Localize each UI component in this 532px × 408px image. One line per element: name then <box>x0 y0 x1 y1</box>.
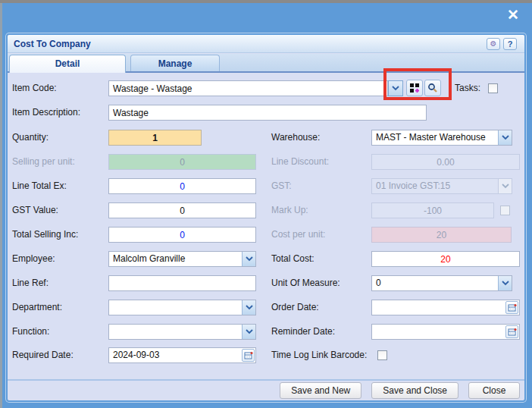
gst-value-input[interactable] <box>108 202 256 218</box>
employee-select[interactable]: Malcolm Granville <box>108 251 256 267</box>
department-label: Department: <box>12 300 62 315</box>
total-cost-label: Total Cost: <box>271 251 315 267</box>
chevron-down-icon[interactable] <box>242 252 255 266</box>
tab-manage[interactable]: Manage <box>130 55 220 71</box>
unit-of-measure-label: Unit Of Measure: <box>271 275 340 291</box>
window-frame-top <box>0 0 532 3</box>
required-date-label: Required Date: <box>12 347 74 363</box>
line-total-ex-label: Line Total Ex: <box>12 178 67 194</box>
grid-plus-icon <box>410 83 420 93</box>
cost-per-unit-label: Cost per unit: <box>271 227 325 243</box>
total-selling-inc-label: Total Selling Inc: <box>12 227 78 243</box>
tab-detail[interactable]: Detail <box>9 55 126 73</box>
calendar-icon[interactable] <box>505 325 518 338</box>
help-icon[interactable]: ? <box>503 38 517 50</box>
line-total-ex-input[interactable] <box>108 178 256 194</box>
unit-of-measure-select[interactable]: 0 <box>371 275 512 291</box>
calendar-icon[interactable] <box>242 349 255 362</box>
chevron-down-icon[interactable] <box>498 276 512 290</box>
mark-up-checkbox <box>500 206 510 215</box>
quantity-label: Quantity: <box>12 130 49 146</box>
dialog-header: Cost To Company ⚙ ? <box>8 35 524 53</box>
quantity-input[interactable] <box>108 130 202 146</box>
item-search-button[interactable] <box>424 80 441 96</box>
save-and-new-button[interactable]: Save and New <box>280 382 361 399</box>
department-select[interactable] <box>108 300 256 315</box>
function-select[interactable] <box>108 324 256 340</box>
dialog-footer: Save and New Save and Close Close <box>8 379 524 400</box>
gst-label: GST: <box>271 178 292 194</box>
function-label: Function: <box>12 324 49 340</box>
time-log-link-barcode-label: Time Log Link Barcode: <box>271 347 367 363</box>
close-button[interactable]: Close <box>468 382 520 399</box>
tasks-checkbox[interactable] <box>488 83 498 93</box>
employee-label: Employee: <box>12 251 55 267</box>
order-date-label: Order Date: <box>271 300 319 315</box>
selling-per-unit-label: Selling per unit: <box>12 154 75 170</box>
time-log-link-barcode-checkbox[interactable] <box>377 350 387 360</box>
cost-to-company-dialog: Cost To Company ⚙ ? Detail Manage Item C… <box>6 33 526 402</box>
total-cost-input[interactable] <box>371 251 520 267</box>
dialog-title: Cost To Company <box>14 35 91 53</box>
calendar-icon[interactable] <box>505 301 518 314</box>
item-code-input[interactable] <box>108 80 388 96</box>
order-date-field[interactable] <box>371 300 520 315</box>
form-content: Item Code: Tasks: <box>8 74 524 381</box>
line-discount-label: Line Discount: <box>271 154 329 170</box>
gst-select: 01 Invoice GST:15 <box>371 178 512 194</box>
total-selling-inc-input[interactable] <box>108 227 256 243</box>
settings-gear-icon[interactable]: ⚙ <box>487 38 500 50</box>
item-multi-select-button[interactable] <box>406 80 423 96</box>
required-date-field[interactable]: 2024-09-03 <box>108 347 256 363</box>
chevron-down-icon[interactable] <box>242 325 255 339</box>
desktop-background: ✕ Cost To Company ⚙ ? Detail Manage Item… <box>0 0 532 408</box>
reminder-date-label: Reminder Date: <box>271 324 335 340</box>
line-discount-input <box>371 154 520 170</box>
item-code-label: Item Code: <box>12 80 57 96</box>
mark-up-label: Mark Up: <box>271 202 308 218</box>
save-and-close-button[interactable]: Save and Close <box>371 382 458 399</box>
chevron-down-icon <box>392 86 399 91</box>
chevron-down-icon <box>498 179 512 193</box>
warehouse-label: Warehouse: <box>271 130 320 146</box>
close-icon[interactable]: ✕ <box>503 6 523 24</box>
chevron-down-icon[interactable] <box>242 300 255 315</box>
cost-per-unit-input <box>371 227 512 243</box>
item-description-label: Item Description: <box>12 105 80 121</box>
line-ref-input[interactable] <box>108 275 256 291</box>
search-icon <box>427 83 438 93</box>
reminder-date-field[interactable] <box>371 324 520 340</box>
item-code-dropdown-trigger[interactable] <box>388 80 403 96</box>
chevron-down-icon[interactable] <box>498 130 512 145</box>
line-ref-label: Line Ref: <box>12 275 49 291</box>
tasks-label: Tasks: <box>455 80 480 96</box>
selling-per-unit-input <box>108 154 256 170</box>
window-frame-left <box>0 3 2 408</box>
item-description-input[interactable] <box>108 105 427 121</box>
warehouse-select[interactable]: MAST - Master Warehouse <box>371 130 512 146</box>
tab-strip: Detail Manage <box>8 54 524 73</box>
gst-value-label: GST Value: <box>12 202 58 218</box>
mark-up-input <box>371 202 494 218</box>
